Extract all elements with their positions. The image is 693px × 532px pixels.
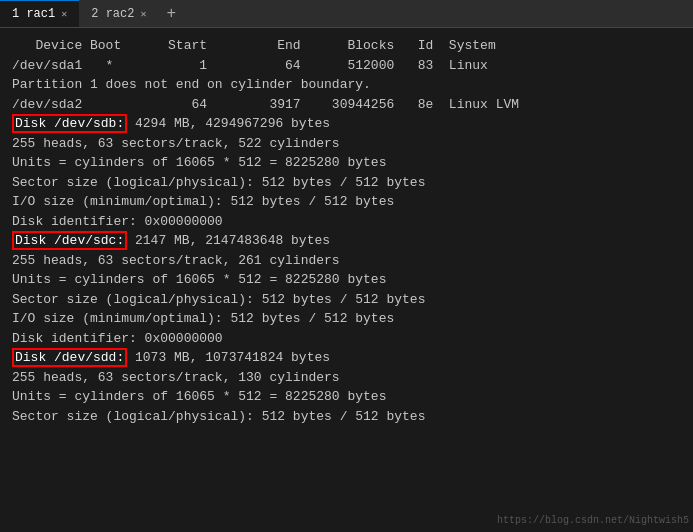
tab-rac1[interactable]: 1 rac1 ✕ <box>0 0 79 27</box>
disk-label: Disk /dev/sdc: <box>12 231 127 250</box>
disk-info: 4294 MB, 4294967296 bytes <box>127 116 330 131</box>
terminal-line: Partition 1 does not end on cylinder bou… <box>12 75 681 95</box>
disk-label: Disk /dev/sdb: <box>12 114 127 133</box>
tab-add-button[interactable]: + <box>159 0 185 28</box>
terminal-line: Disk /dev/sdb: 4294 MB, 4294967296 bytes <box>12 114 681 134</box>
terminal-line: Units = cylinders of 16065 * 512 = 82252… <box>12 153 681 173</box>
terminal-line: /dev/sda1 * 1 64 512000 83 Linux <box>12 56 681 76</box>
tab-bar: 1 rac1 ✕ 2 rac2 ✕ + <box>0 0 693 28</box>
terminal-line: Sector size (logical/physical): 512 byte… <box>12 290 681 310</box>
tab-rac2-label: 2 rac2 <box>91 7 134 21</box>
terminal-line: Units = cylinders of 16065 * 512 = 82252… <box>12 270 681 290</box>
disk-info: 2147 MB, 2147483648 bytes <box>127 233 330 248</box>
tab-rac2[interactable]: 2 rac2 ✕ <box>79 0 158 27</box>
tab-rac2-close[interactable]: ✕ <box>140 8 146 20</box>
terminal-line: Units = cylinders of 16065 * 512 = 82252… <box>12 387 681 407</box>
terminal-line: Sector size (logical/physical): 512 byte… <box>12 407 681 427</box>
terminal-line: I/O size (minimum/optimal): 512 bytes / … <box>12 192 681 212</box>
tab-rac1-label: 1 rac1 <box>12 7 55 21</box>
terminal-line: Device Boot Start End Blocks Id System <box>12 36 681 56</box>
terminal-line: Sector size (logical/physical): 512 byte… <box>12 173 681 193</box>
terminal-line: 255 heads, 63 sectors/track, 130 cylinde… <box>12 368 681 388</box>
tab-rac1-close[interactable]: ✕ <box>61 8 67 20</box>
terminal-line: Disk identifier: 0x00000000 <box>12 329 681 349</box>
terminal-line: 255 heads, 63 sectors/track, 522 cylinde… <box>12 134 681 154</box>
terminal-line: I/O size (minimum/optimal): 512 bytes / … <box>12 309 681 329</box>
terminal-line: Disk /dev/sdc: 2147 MB, 2147483648 bytes <box>12 231 681 251</box>
terminal-line: Disk identifier: 0x00000000 <box>12 212 681 232</box>
terminal-line: 255 heads, 63 sectors/track, 261 cylinde… <box>12 251 681 271</box>
terminal-body: Device Boot Start End Blocks Id System/d… <box>0 28 693 532</box>
disk-info: 1073 MB, 1073741824 bytes <box>127 350 330 365</box>
disk-label: Disk /dev/sdd: <box>12 348 127 367</box>
watermark: https://blog.csdn.net/Nightwish5 <box>497 515 689 526</box>
terminal-line: /dev/sda2 64 3917 30944256 8e Linux LVM <box>12 95 681 115</box>
terminal-line: Disk /dev/sdd: 1073 MB, 1073741824 bytes <box>12 348 681 368</box>
